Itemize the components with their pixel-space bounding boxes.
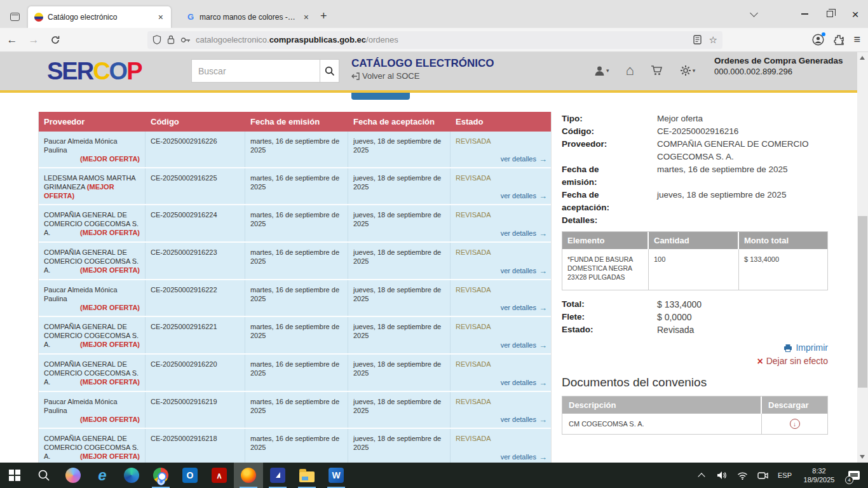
ver-detalles-link[interactable]: ver detalles→ (501, 154, 547, 163)
new-tab-button[interactable]: + (320, 10, 327, 23)
forward-button[interactable]: → (24, 31, 43, 49)
notification-center-button[interactable]: 4 (843, 463, 865, 488)
close-window-button[interactable]: × (843, 1, 868, 27)
sercop-logo[interactable]: SERCOP (47, 57, 142, 85)
reader-view-icon[interactable] (693, 35, 702, 44)
printer-icon (783, 344, 792, 352)
items-table: Elemento Cantidad Monto total *FUNDA DE … (562, 231, 828, 290)
shield-icon[interactable] (153, 35, 161, 44)
menu-hamburger-icon[interactable]: ≡ (853, 33, 860, 46)
user-menu-button[interactable]: ▾ (594, 65, 609, 76)
clock[interactable]: 8:32 18/9/2025 (798, 466, 840, 484)
exit-hand-icon (351, 72, 360, 80)
col-proveedor: Proveedor (39, 112, 146, 132)
ver-detalles-link[interactable]: ver detalles→ (501, 229, 547, 238)
estado-label: Estado: (562, 323, 657, 336)
tab-close-icon[interactable]: × (302, 13, 310, 22)
extensions-puzzle-icon[interactable] (833, 34, 844, 46)
cart-icon (651, 65, 663, 76)
scanner-app-button[interactable] (263, 463, 292, 488)
col-cantidad: Cantidad (649, 232, 739, 249)
status-text: REVISADA (456, 173, 547, 182)
restore-button[interactable] (817, 1, 843, 27)
imprimir-link[interactable]: Imprimir (783, 341, 828, 355)
taskbar-search-button[interactable] (29, 463, 58, 488)
chrome-button[interactable]: ◉ (146, 463, 175, 488)
file-explorer-button[interactable] (292, 463, 322, 488)
ver-detalles-link[interactable]: ver detalles→ (501, 452, 547, 461)
scroll-up-icon[interactable] (860, 56, 865, 60)
dejar-sin-efecto-link[interactable]: × Dejar sin efecto (757, 355, 828, 368)
network-button[interactable] (733, 463, 751, 488)
table-row: Paucar Almeida Mónica Paulina(MEJOR OFER… (39, 132, 551, 168)
search-input[interactable] (192, 60, 320, 82)
arrow-right-icon: → (539, 454, 547, 461)
estado-value: Revisada (657, 323, 694, 336)
wifi-icon (737, 471, 748, 480)
field-value: martes, 16 de septiembre de 2025 (657, 163, 828, 189)
copilot-button[interactable] (58, 463, 88, 488)
acrobat-button[interactable]: ∧ (205, 463, 234, 488)
minimize-button[interactable] (792, 1, 817, 27)
home-button[interactable]: ⌂ (626, 64, 634, 78)
ver-detalles-link[interactable]: ver detalles→ (501, 191, 547, 200)
field-label: Fecha de emisión: (562, 163, 657, 189)
tab-catalogo[interactable]: Catálogo electrónico × (28, 6, 171, 28)
word-button[interactable]: W (322, 463, 351, 488)
order-code: CE-20250002916223 (146, 243, 245, 279)
page-scrollbar[interactable] (857, 52, 868, 463)
col-monto-total: Monto total (739, 232, 827, 249)
cart-button[interactable] (651, 65, 663, 76)
chevron-up-icon (698, 473, 705, 480)
account-icon[interactable] (812, 34, 824, 46)
ver-detalles-link[interactable]: ver detalles→ (501, 415, 547, 424)
accept-date: jueves, 18 de septiembre de 2025 (348, 317, 451, 353)
lock-icon[interactable] (167, 35, 175, 44)
outlook-button[interactable]: O (175, 463, 205, 488)
volver-al-soce-link[interactable]: Volver al SOCE (351, 71, 419, 81)
scroll-down-icon[interactable] (860, 455, 865, 459)
arrow-right-icon: → (539, 342, 547, 349)
tray-expand-button[interactable] (693, 463, 710, 488)
notification-count-badge: 4 (845, 476, 853, 484)
settings-menu-button[interactable]: ▾ (680, 65, 696, 76)
tab-google-search[interactable]: G marco manos de colores - Busca × (180, 6, 316, 28)
accept-date: jueves, 18 de septiembre de 2025 (348, 392, 451, 428)
tab-close-icon[interactable]: × (157, 13, 165, 22)
bookmark-star-icon[interactable]: ☆ (709, 34, 717, 46)
language-indicator[interactable]: ESP (774, 471, 796, 479)
site-search (191, 59, 339, 83)
meet-now-button[interactable] (754, 463, 771, 488)
back-button[interactable]: ← (3, 31, 22, 49)
ver-detalles-link[interactable]: ver detalles→ (501, 266, 547, 275)
order-code: CE-20250002916219 (146, 392, 245, 428)
status-text: REVISADA (456, 397, 547, 406)
address-bar[interactable]: catalogoelectronico.compraspublicas.gob.… (147, 31, 722, 49)
internet-explorer-button[interactable]: e (88, 463, 117, 488)
ver-detalles-link[interactable]: ver detalles→ (501, 378, 547, 387)
ver-detalles-link[interactable]: ver detalles→ (501, 303, 547, 312)
search-button[interactable] (320, 60, 339, 82)
accept-date: jueves, 18 de septiembre de 2025 (348, 355, 451, 391)
scrollbar-thumb[interactable] (858, 216, 867, 388)
best-offer-badge: (MEJOR OFERTA) (44, 303, 140, 312)
volume-button[interactable] (713, 463, 731, 488)
download-icon[interactable]: ↓ (790, 419, 800, 429)
tab-list-chevron-icon[interactable] (741, 1, 766, 27)
ver-detalles-link[interactable]: ver detalles→ (501, 341, 547, 349)
copilot-icon (65, 468, 81, 483)
firefox-view-icon[interactable] (5, 8, 24, 25)
edge-button[interactable] (117, 463, 146, 488)
documents-table: Descripción Descargar CM COGECOMSA S. A.… (562, 396, 828, 435)
clipped-blue-button[interactable] (351, 93, 410, 100)
site-header: SERCOP CATÁLOGO ELECTRÓNICO Volver al SO… (0, 52, 868, 93)
key-icon[interactable] (180, 37, 191, 43)
chrome-icon: ◉ (153, 468, 168, 483)
firefox-button[interactable] (234, 463, 263, 488)
start-button[interactable] (0, 463, 29, 488)
field-value: COMPAÑIA GENERAL DE COMERCIO COGECOMSA S… (657, 138, 828, 163)
provider-name: Paucar Almeida Mónica Paulina (44, 137, 140, 154)
arrow-right-icon: → (539, 268, 547, 274)
reload-button[interactable] (46, 31, 65, 49)
tab-title: marco manos de colores - Busca (200, 13, 296, 22)
